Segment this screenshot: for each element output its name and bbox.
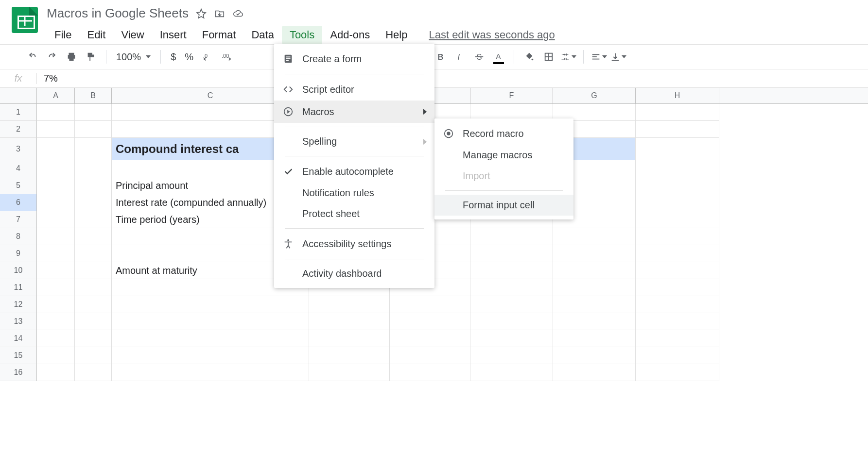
- cell-C15[interactable]: [112, 347, 309, 364]
- doc-title[interactable]: Macros in Google Sheets: [47, 4, 189, 23]
- move-icon[interactable]: [214, 8, 226, 19]
- column-header-b[interactable]: B: [75, 88, 112, 103]
- tools-enable-autocomplete[interactable]: Enable autocomplete: [274, 160, 434, 183]
- menu-insert[interactable]: Insert: [152, 26, 194, 44]
- cell-H9[interactable]: [636, 245, 719, 262]
- tools-create-form[interactable]: Create a form: [274, 48, 434, 70]
- cell-B14[interactable]: [75, 330, 112, 347]
- menu-addons[interactable]: Add-ons: [322, 26, 378, 44]
- macros-manage[interactable]: Manage macros: [434, 145, 573, 166]
- menu-data[interactable]: Data: [243, 26, 281, 44]
- row-header-6[interactable]: 6: [0, 194, 37, 211]
- cell-B3[interactable]: [75, 138, 112, 160]
- cell-B15[interactable]: [75, 347, 112, 364]
- cell-A15[interactable]: [37, 347, 75, 364]
- cell-H15[interactable]: [636, 347, 719, 364]
- menu-view[interactable]: View: [113, 26, 152, 44]
- cell-G8[interactable]: [553, 228, 636, 245]
- sheets-logo-icon[interactable]: [12, 7, 38, 33]
- cell-H7[interactable]: [636, 211, 719, 228]
- column-header-a[interactable]: A: [37, 88, 75, 103]
- fill-color-button[interactable]: [521, 49, 538, 65]
- cell-H1[interactable]: [636, 104, 719, 121]
- cell-E12[interactable]: [390, 296, 470, 313]
- column-header-g[interactable]: G: [553, 88, 636, 103]
- cell-E15[interactable]: [390, 347, 470, 364]
- cell-F8[interactable]: [470, 228, 553, 245]
- cell-H14[interactable]: [636, 330, 719, 347]
- macros-record[interactable]: Record macro: [434, 122, 573, 145]
- tools-notification-rules[interactable]: Notification rules: [274, 183, 434, 203]
- cell-A9[interactable]: [37, 245, 75, 262]
- cell-G15[interactable]: [553, 347, 636, 364]
- text-color-button[interactable]: A: [490, 49, 507, 65]
- cloud-status-icon[interactable]: [232, 8, 244, 19]
- cell-B1[interactable]: [75, 104, 112, 121]
- row-header-5[interactable]: 5: [0, 177, 37, 194]
- cell-E16[interactable]: [390, 364, 470, 381]
- cell-B8[interactable]: [75, 228, 112, 245]
- bold-button[interactable]: B: [432, 49, 449, 65]
- cell-D13[interactable]: [309, 313, 390, 330]
- cell-B11[interactable]: [75, 279, 112, 296]
- cell-A10[interactable]: [37, 262, 75, 279]
- cell-G12[interactable]: [553, 296, 636, 313]
- cell-B4[interactable]: [75, 160, 112, 177]
- row-header-3[interactable]: 3: [0, 138, 37, 160]
- tools-activity-dashboard[interactable]: Activity dashboard: [274, 263, 434, 284]
- cell-A3[interactable]: [37, 138, 75, 160]
- cell-H11[interactable]: [636, 279, 719, 296]
- cell-H2[interactable]: [636, 121, 719, 138]
- cell-F13[interactable]: [470, 313, 553, 330]
- cell-B2[interactable]: [75, 121, 112, 138]
- cell-C16[interactable]: [112, 364, 309, 381]
- menu-help[interactable]: Help: [378, 26, 415, 44]
- borders-button[interactable]: [540, 49, 557, 65]
- tools-macros[interactable]: Macros: [274, 101, 434, 123]
- undo-button[interactable]: [24, 49, 41, 65]
- merge-cells-button[interactable]: [560, 49, 576, 65]
- row-header-8[interactable]: 8: [0, 228, 37, 245]
- cell-E14[interactable]: [390, 330, 470, 347]
- cell-F10[interactable]: [470, 262, 553, 279]
- cell-H5[interactable]: [636, 177, 719, 194]
- row-header-13[interactable]: 13: [0, 313, 37, 330]
- italic-button[interactable]: I: [451, 49, 468, 65]
- paint-format-button[interactable]: [83, 49, 99, 65]
- cell-A14[interactable]: [37, 330, 75, 347]
- cell-A2[interactable]: [37, 121, 75, 138]
- percent-button[interactable]: %: [182, 49, 196, 65]
- cell-A8[interactable]: [37, 228, 75, 245]
- cell-B10[interactable]: [75, 262, 112, 279]
- cell-C14[interactable]: [112, 330, 309, 347]
- menu-tools[interactable]: Tools: [282, 26, 322, 44]
- cell-G11[interactable]: [553, 279, 636, 296]
- row-header-9[interactable]: 9: [0, 245, 37, 262]
- row-header-11[interactable]: 11: [0, 279, 37, 296]
- cell-G14[interactable]: [553, 330, 636, 347]
- cell-A7[interactable]: [37, 211, 75, 228]
- column-header-h[interactable]: H: [636, 88, 719, 103]
- cell-A5[interactable]: [37, 177, 75, 194]
- menu-edit[interactable]: Edit: [79, 26, 113, 44]
- cell-F14[interactable]: [470, 330, 553, 347]
- row-header-2[interactable]: 2: [0, 121, 37, 138]
- strikethrough-button[interactable]: S: [471, 49, 487, 65]
- cell-H16[interactable]: [636, 364, 719, 381]
- row-header-12[interactable]: 12: [0, 296, 37, 313]
- select-all-corner[interactable]: [0, 88, 37, 103]
- macros-format-input-cell[interactable]: Format input cell: [434, 195, 573, 216]
- cell-A12[interactable]: [37, 296, 75, 313]
- row-header-15[interactable]: 15: [0, 347, 37, 364]
- cell-G9[interactable]: [553, 245, 636, 262]
- row-header-1[interactable]: 1: [0, 104, 37, 121]
- cell-B5[interactable]: [75, 177, 112, 194]
- cell-B16[interactable]: [75, 364, 112, 381]
- menu-file[interactable]: File: [47, 26, 79, 44]
- cell-C13[interactable]: [112, 313, 309, 330]
- tools-protect-sheet[interactable]: Protect sheet: [274, 203, 434, 224]
- tools-accessibility[interactable]: Accessibility settings: [274, 233, 434, 255]
- row-header-7[interactable]: 7: [0, 211, 37, 228]
- tools-spelling[interactable]: Spelling: [274, 131, 434, 152]
- formula-input[interactable]: 7%: [37, 73, 868, 84]
